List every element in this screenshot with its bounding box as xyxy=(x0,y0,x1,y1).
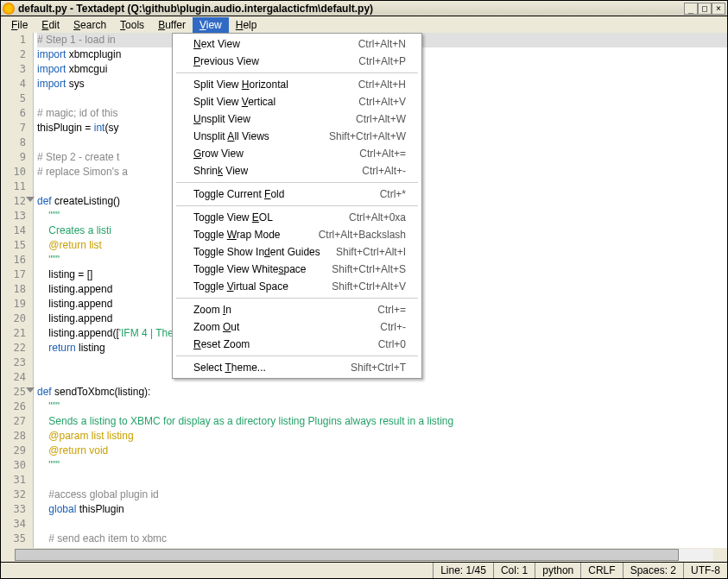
menubar: FileEditSearchToolsBufferViewHelp xyxy=(0,16,728,33)
line-number: 8 xyxy=(1,135,33,150)
menu-item-shrink-view[interactable]: Shrink ViewCtrl+Alt+- xyxy=(174,162,420,179)
menu-item-toggle-view-eol[interactable]: Toggle View EOLCtrl+Alt+0xa xyxy=(174,209,420,226)
code-line[interactable]: def sendToXbmc(listing): xyxy=(37,385,727,400)
line-number: 20 xyxy=(1,312,33,326)
status-spaces: Spaces: 2 xyxy=(623,563,683,578)
line-number: 35 xyxy=(1,532,33,546)
line-number: 32 xyxy=(1,488,33,502)
line-number: 1 xyxy=(1,33,33,47)
menu-item-previous-view[interactable]: Previous ViewCtrl+Alt+P xyxy=(174,53,420,70)
status-eol: CRLF xyxy=(580,563,622,578)
line-number-gutter: 1234567891011121314151617181920212223242… xyxy=(1,33,34,562)
menu-item-split-view-horizontal[interactable]: Split View HorizontalCtrl+Alt+H xyxy=(174,76,420,93)
line-number: 11 xyxy=(1,179,33,194)
menu-item-toggle-show-indent-guides[interactable]: Toggle Show Indent GuidesShift+Ctrl+Alt+… xyxy=(174,243,420,261)
line-number: 15 xyxy=(1,238,33,253)
line-number: 14 xyxy=(1,223,33,238)
menu-separator xyxy=(176,356,418,356)
line-number: 6 xyxy=(1,106,33,121)
menu-item-toggle-view-whitespace[interactable]: Toggle View WhitespaceShift+Ctrl+Alt+S xyxy=(174,261,420,278)
code-line[interactable] xyxy=(37,473,727,488)
horizontal-scrollbar[interactable] xyxy=(0,548,728,562)
menu-file[interactable]: File xyxy=(4,17,35,33)
menu-item-reset-zoom[interactable]: Reset ZoomCtrl+0 xyxy=(174,336,420,353)
line-number: 31 xyxy=(1,473,33,488)
menu-item-toggle-wrap-mode[interactable]: Toggle Wrap ModeCtrl+Alt+Backslash xyxy=(174,226,420,243)
menu-item-toggle-virtual-space[interactable]: Toggle Virtual SpaceShift+Ctrl+Alt+V xyxy=(174,278,420,295)
line-number: 21 xyxy=(1,326,33,341)
line-number: 12 xyxy=(1,194,33,209)
code-line[interactable]: @param list listing xyxy=(37,429,727,444)
line-number: 23 xyxy=(1,356,33,370)
code-line[interactable]: Sends a listing to XBMC for display as a… xyxy=(37,414,727,429)
code-line[interactable]: """ xyxy=(37,458,727,473)
menu-help[interactable]: Help xyxy=(229,17,264,33)
menu-separator xyxy=(176,205,418,206)
line-number: 29 xyxy=(1,444,33,458)
menu-buffer[interactable]: Buffer xyxy=(151,17,193,33)
scroll-track[interactable] xyxy=(15,549,713,561)
window-title: default.py - Textadept (Q:\github\plugin… xyxy=(18,3,684,15)
menu-item-zoom-out[interactable]: Zoom OutCtrl+- xyxy=(174,318,420,336)
menu-search[interactable]: Search xyxy=(66,17,113,33)
status-encoding: UTF-8 xyxy=(683,563,727,578)
menu-item-grow-view[interactable]: Grow ViewCtrl+Alt+= xyxy=(174,145,420,162)
code-line[interactable]: @return void xyxy=(37,444,727,458)
line-number: 28 xyxy=(1,429,33,444)
window-buttons: _ □ × xyxy=(684,3,725,15)
line-number: 22 xyxy=(1,341,33,356)
line-number: 3 xyxy=(1,62,33,77)
line-number: 4 xyxy=(1,77,33,91)
line-number: 7 xyxy=(1,121,33,135)
menu-item-split-view-vertical[interactable]: Split View VerticalCtrl+Alt+V xyxy=(174,93,420,110)
menu-item-select-theme-[interactable]: Select Theme...Shift+Ctrl+T xyxy=(174,359,420,376)
close-button[interactable]: × xyxy=(712,3,725,15)
minimize-button[interactable]: _ xyxy=(684,3,698,15)
line-number: 33 xyxy=(1,502,33,517)
line-number: 34 xyxy=(1,517,33,532)
line-number: 5 xyxy=(1,91,33,106)
menu-separator xyxy=(176,298,418,299)
line-number: 27 xyxy=(1,414,33,429)
menu-view[interactable]: View xyxy=(193,17,229,33)
line-number: 17 xyxy=(1,267,33,282)
menu-separator xyxy=(176,72,418,73)
line-number: 25 xyxy=(1,385,33,400)
menu-separator xyxy=(176,182,418,183)
line-number: 30 xyxy=(1,458,33,473)
code-line[interactable]: """ xyxy=(37,400,727,414)
line-number: 9 xyxy=(1,150,33,165)
status-lang: python xyxy=(535,563,580,578)
line-number: 10 xyxy=(1,165,33,179)
code-line[interactable]: #access global plugin id xyxy=(37,488,727,502)
statusbar: Line: 1/45 Col: 1 python CRLF Spaces: 2 … xyxy=(0,562,728,579)
line-number: 26 xyxy=(1,400,33,414)
menu-item-unsplit-view[interactable]: Unsplit ViewCtrl+Alt+W xyxy=(174,110,420,128)
line-number: 24 xyxy=(1,370,33,385)
menu-edit[interactable]: Edit xyxy=(35,17,66,33)
menu-item-unsplit-all-views[interactable]: Unsplit All ViewsShift+Ctrl+Alt+W xyxy=(174,128,420,145)
titlebar: default.py - Textadept (Q:\github\plugin… xyxy=(0,0,728,16)
line-number: 2 xyxy=(1,47,33,62)
menu-item-zoom-in[interactable]: Zoom InCtrl+= xyxy=(174,301,420,318)
fold-icon[interactable] xyxy=(26,197,35,202)
line-number: 13 xyxy=(1,209,33,223)
scroll-thumb[interactable] xyxy=(15,549,679,561)
maximize-button[interactable]: □ xyxy=(698,3,712,15)
fold-icon[interactable] xyxy=(26,387,35,393)
code-line[interactable]: global thisPlugin xyxy=(37,502,727,517)
menu-item-toggle-current-fold[interactable]: Toggle Current FoldCtrl+* xyxy=(174,186,420,203)
line-number: 19 xyxy=(1,297,33,312)
menu-item-next-view[interactable]: Next ViewCtrl+Alt+N xyxy=(174,35,420,53)
status-col: Col: 1 xyxy=(493,563,535,578)
code-line[interactable]: # send each item to xbmc xyxy=(37,532,727,546)
view-menu-dropdown: Next ViewCtrl+Alt+NPrevious ViewCtrl+Alt… xyxy=(172,33,422,379)
line-number: 16 xyxy=(1,253,33,267)
app-icon xyxy=(3,3,15,15)
menu-tools[interactable]: Tools xyxy=(113,17,151,33)
status-line: Line: 1/45 xyxy=(433,563,493,578)
code-line[interactable] xyxy=(37,517,727,532)
line-number: 18 xyxy=(1,282,33,297)
